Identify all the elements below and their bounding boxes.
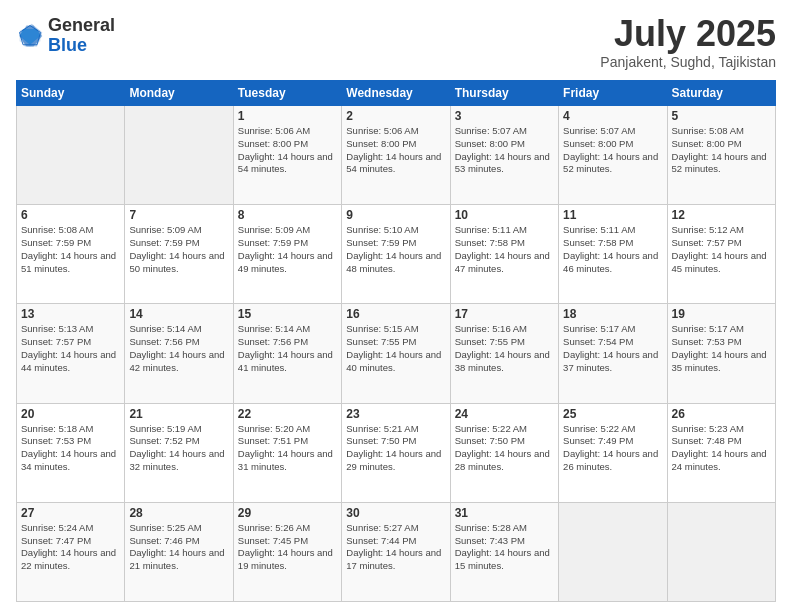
day-info: Sunrise: 5:21 AM Sunset: 7:50 PM Dayligh… — [346, 423, 445, 474]
day-info: Sunrise: 5:27 AM Sunset: 7:44 PM Dayligh… — [346, 522, 445, 573]
calendar-header: SundayMondayTuesdayWednesdayThursdayFrid… — [17, 81, 776, 106]
day-info: Sunrise: 5:23 AM Sunset: 7:48 PM Dayligh… — [672, 423, 771, 474]
day-info: Sunrise: 5:07 AM Sunset: 8:00 PM Dayligh… — [563, 125, 662, 176]
calendar-cell: 13Sunrise: 5:13 AM Sunset: 7:57 PM Dayli… — [17, 304, 125, 403]
calendar-cell: 7Sunrise: 5:09 AM Sunset: 7:59 PM Daylig… — [125, 205, 233, 304]
calendar-cell: 8Sunrise: 5:09 AM Sunset: 7:59 PM Daylig… — [233, 205, 341, 304]
day-info: Sunrise: 5:16 AM Sunset: 7:55 PM Dayligh… — [455, 323, 554, 374]
calendar-cell: 23Sunrise: 5:21 AM Sunset: 7:50 PM Dayli… — [342, 403, 450, 502]
calendar-cell: 2Sunrise: 5:06 AM Sunset: 8:00 PM Daylig… — [342, 106, 450, 205]
weekday-row: SundayMondayTuesdayWednesdayThursdayFrid… — [17, 81, 776, 106]
calendar-cell: 21Sunrise: 5:19 AM Sunset: 7:52 PM Dayli… — [125, 403, 233, 502]
weekday-header: Saturday — [667, 81, 775, 106]
calendar-cell: 19Sunrise: 5:17 AM Sunset: 7:53 PM Dayli… — [667, 304, 775, 403]
calendar-week-row: 20Sunrise: 5:18 AM Sunset: 7:53 PM Dayli… — [17, 403, 776, 502]
calendar-week-row: 6Sunrise: 5:08 AM Sunset: 7:59 PM Daylig… — [17, 205, 776, 304]
calendar-cell: 31Sunrise: 5:28 AM Sunset: 7:43 PM Dayli… — [450, 502, 558, 601]
calendar-cell: 24Sunrise: 5:22 AM Sunset: 7:50 PM Dayli… — [450, 403, 558, 502]
day-number: 24 — [455, 407, 554, 421]
weekday-header: Wednesday — [342, 81, 450, 106]
day-number: 8 — [238, 208, 337, 222]
location: Panjakent, Sughd, Tajikistan — [600, 54, 776, 70]
day-info: Sunrise: 5:28 AM Sunset: 7:43 PM Dayligh… — [455, 522, 554, 573]
day-info: Sunrise: 5:25 AM Sunset: 7:46 PM Dayligh… — [129, 522, 228, 573]
day-number: 19 — [672, 307, 771, 321]
calendar-cell: 1Sunrise: 5:06 AM Sunset: 8:00 PM Daylig… — [233, 106, 341, 205]
calendar-cell: 29Sunrise: 5:26 AM Sunset: 7:45 PM Dayli… — [233, 502, 341, 601]
calendar-table: SundayMondayTuesdayWednesdayThursdayFrid… — [16, 80, 776, 602]
day-number: 9 — [346, 208, 445, 222]
day-number: 23 — [346, 407, 445, 421]
calendar-cell — [559, 502, 667, 601]
calendar-cell: 27Sunrise: 5:24 AM Sunset: 7:47 PM Dayli… — [17, 502, 125, 601]
day-number: 12 — [672, 208, 771, 222]
day-number: 21 — [129, 407, 228, 421]
calendar-cell: 25Sunrise: 5:22 AM Sunset: 7:49 PM Dayli… — [559, 403, 667, 502]
calendar-cell: 28Sunrise: 5:25 AM Sunset: 7:46 PM Dayli… — [125, 502, 233, 601]
header: General Blue July 2025 Panjakent, Sughd,… — [16, 16, 776, 70]
day-number: 15 — [238, 307, 337, 321]
day-info: Sunrise: 5:06 AM Sunset: 8:00 PM Dayligh… — [346, 125, 445, 176]
calendar-cell: 17Sunrise: 5:16 AM Sunset: 7:55 PM Dayli… — [450, 304, 558, 403]
day-info: Sunrise: 5:13 AM Sunset: 7:57 PM Dayligh… — [21, 323, 120, 374]
calendar-cell: 30Sunrise: 5:27 AM Sunset: 7:44 PM Dayli… — [342, 502, 450, 601]
calendar-cell — [667, 502, 775, 601]
weekday-header: Tuesday — [233, 81, 341, 106]
logo-general-text: General — [48, 15, 115, 35]
day-number: 11 — [563, 208, 662, 222]
calendar-cell: 10Sunrise: 5:11 AM Sunset: 7:58 PM Dayli… — [450, 205, 558, 304]
day-number: 20 — [21, 407, 120, 421]
calendar-cell: 11Sunrise: 5:11 AM Sunset: 7:58 PM Dayli… — [559, 205, 667, 304]
day-number: 29 — [238, 506, 337, 520]
day-number: 6 — [21, 208, 120, 222]
month-title: July 2025 — [600, 16, 776, 52]
day-number: 3 — [455, 109, 554, 123]
day-info: Sunrise: 5:09 AM Sunset: 7:59 PM Dayligh… — [129, 224, 228, 275]
day-number: 16 — [346, 307, 445, 321]
calendar-week-row: 13Sunrise: 5:13 AM Sunset: 7:57 PM Dayli… — [17, 304, 776, 403]
day-info: Sunrise: 5:08 AM Sunset: 8:00 PM Dayligh… — [672, 125, 771, 176]
weekday-header: Monday — [125, 81, 233, 106]
day-info: Sunrise: 5:08 AM Sunset: 7:59 PM Dayligh… — [21, 224, 120, 275]
day-number: 17 — [455, 307, 554, 321]
day-info: Sunrise: 5:19 AM Sunset: 7:52 PM Dayligh… — [129, 423, 228, 474]
calendar-cell — [17, 106, 125, 205]
logo-icon — [16, 22, 44, 50]
day-number: 18 — [563, 307, 662, 321]
calendar-cell: 9Sunrise: 5:10 AM Sunset: 7:59 PM Daylig… — [342, 205, 450, 304]
day-info: Sunrise: 5:18 AM Sunset: 7:53 PM Dayligh… — [21, 423, 120, 474]
day-number: 5 — [672, 109, 771, 123]
day-number: 30 — [346, 506, 445, 520]
page: General Blue July 2025 Panjakent, Sughd,… — [0, 0, 792, 612]
weekday-header: Friday — [559, 81, 667, 106]
day-info: Sunrise: 5:20 AM Sunset: 7:51 PM Dayligh… — [238, 423, 337, 474]
calendar-cell: 22Sunrise: 5:20 AM Sunset: 7:51 PM Dayli… — [233, 403, 341, 502]
day-info: Sunrise: 5:17 AM Sunset: 7:53 PM Dayligh… — [672, 323, 771, 374]
logo: General Blue — [16, 16, 115, 56]
day-number: 27 — [21, 506, 120, 520]
day-number: 14 — [129, 307, 228, 321]
calendar-cell: 3Sunrise: 5:07 AM Sunset: 8:00 PM Daylig… — [450, 106, 558, 205]
day-info: Sunrise: 5:06 AM Sunset: 8:00 PM Dayligh… — [238, 125, 337, 176]
title-block: July 2025 Panjakent, Sughd, Tajikistan — [600, 16, 776, 70]
day-info: Sunrise: 5:11 AM Sunset: 7:58 PM Dayligh… — [455, 224, 554, 275]
calendar-cell: 6Sunrise: 5:08 AM Sunset: 7:59 PM Daylig… — [17, 205, 125, 304]
day-info: Sunrise: 5:09 AM Sunset: 7:59 PM Dayligh… — [238, 224, 337, 275]
day-number: 2 — [346, 109, 445, 123]
day-info: Sunrise: 5:17 AM Sunset: 7:54 PM Dayligh… — [563, 323, 662, 374]
logo-text: General Blue — [48, 16, 115, 56]
day-info: Sunrise: 5:14 AM Sunset: 7:56 PM Dayligh… — [238, 323, 337, 374]
logo-blue-text: Blue — [48, 35, 87, 55]
day-number: 25 — [563, 407, 662, 421]
calendar-cell: 14Sunrise: 5:14 AM Sunset: 7:56 PM Dayli… — [125, 304, 233, 403]
weekday-header: Thursday — [450, 81, 558, 106]
calendar-cell: 16Sunrise: 5:15 AM Sunset: 7:55 PM Dayli… — [342, 304, 450, 403]
day-number: 10 — [455, 208, 554, 222]
day-info: Sunrise: 5:14 AM Sunset: 7:56 PM Dayligh… — [129, 323, 228, 374]
day-number: 22 — [238, 407, 337, 421]
day-number: 4 — [563, 109, 662, 123]
day-info: Sunrise: 5:24 AM Sunset: 7:47 PM Dayligh… — [21, 522, 120, 573]
calendar-body: 1Sunrise: 5:06 AM Sunset: 8:00 PM Daylig… — [17, 106, 776, 602]
day-number: 31 — [455, 506, 554, 520]
calendar-cell: 20Sunrise: 5:18 AM Sunset: 7:53 PM Dayli… — [17, 403, 125, 502]
